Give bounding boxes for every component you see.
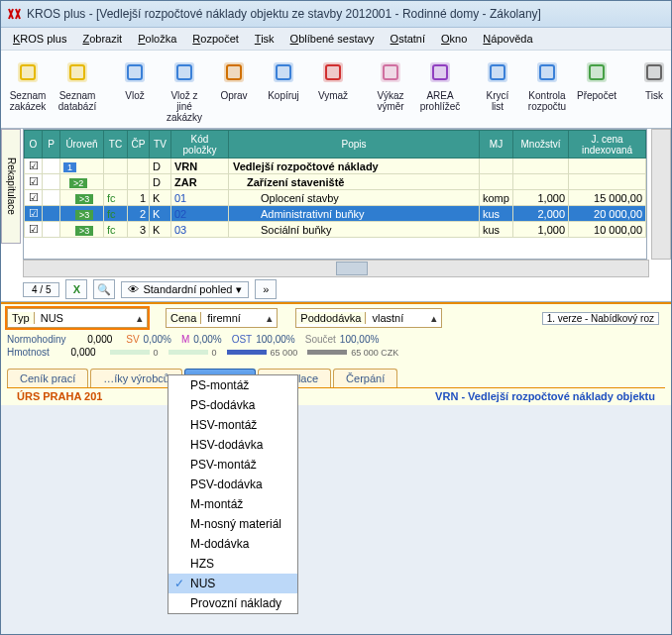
col-header[interactable]: Množství <box>513 131 569 159</box>
tab--erp-n-[interactable]: Čerpání <box>333 369 397 387</box>
toolbar-label: Krycí list <box>487 90 509 112</box>
tab-strip: Ceník prací…íky výrobcůRozpočetKalkulace… <box>7 364 665 387</box>
sub-right: VRN - Vedlejší rozpočtové náklady objekt… <box>435 390 655 402</box>
col-header[interactable]: O <box>25 131 43 159</box>
dropdown-item[interactable]: M-nosný materiál <box>168 514 297 534</box>
toolbar-label: Seznam zakázek <box>10 90 47 112</box>
col-header[interactable]: P <box>43 131 60 159</box>
vloz-icon <box>119 56 151 88</box>
view-selector[interactable]: Standardní pohled▾ <box>121 281 249 298</box>
rekapitulace-tab[interactable]: Rekapitulace <box>1 129 21 244</box>
table-row[interactable]: ☑>3fc1K01Oplocení stavbykomp1,00015 000,… <box>25 190 646 206</box>
area-prohlizec-icon <box>424 56 456 88</box>
dropdown-item[interactable]: PS-dodávka <box>168 395 297 415</box>
vymaz-button[interactable]: Vymaž <box>309 54 357 103</box>
col-header[interactable]: J. cena indexovaná <box>569 131 646 159</box>
dropdown-item[interactable]: NUS <box>168 574 297 593</box>
poddodavka-filter[interactable]: Poddodávka vlastní ▴ <box>295 308 442 328</box>
col-header[interactable]: MJ <box>480 131 513 159</box>
menu-rozpočet[interactable]: Rozpočet <box>184 31 246 47</box>
prepocet-icon <box>581 56 613 88</box>
vymaz-icon <box>317 56 349 88</box>
kopiruj-icon <box>268 56 299 88</box>
table-row[interactable]: ☑1DVRNVedlejší rozpočtové náklady <box>25 159 646 174</box>
excel-icon[interactable]: X <box>65 279 87 299</box>
dropdown-item[interactable]: PSV-montáž <box>168 455 297 475</box>
vloz-zjine-button[interactable]: Vlož z jiné zakázky <box>161 54 208 125</box>
data-grid[interactable]: OPÚroveňTCČPTVKód položkyPopisMJMnožství… <box>23 129 647 260</box>
dropdown-item[interactable]: M-dodávka <box>168 534 297 554</box>
area-prohlizec-button[interactable]: AREA prohlížeč <box>416 54 464 114</box>
col-header[interactable]: Úroveň <box>60 131 104 159</box>
dropdown-item[interactable]: PSV-dodávka <box>168 475 297 494</box>
col-header[interactable]: ČP <box>128 131 150 159</box>
titlebar: KROS plus - [Vedlejší rozpočtové náklady… <box>1 1 671 28</box>
col-header[interactable]: Popis <box>229 131 480 159</box>
expand-button[interactable]: » <box>255 279 277 299</box>
table-row[interactable]: ☑>2DZARZařízení staveniště <box>25 174 646 190</box>
toolbar-label: Kontrola rozpočtu <box>528 90 566 112</box>
toolbar-label: Seznam databází <box>58 90 96 112</box>
col-header[interactable]: Kód položky <box>171 131 229 159</box>
menu-oblíbené-sestavy[interactable]: Oblíbené sestavy <box>282 31 383 47</box>
chevron-up-icon: ▴ <box>263 312 277 325</box>
menu-ostatní[interactable]: Ostatní <box>383 31 433 47</box>
toolbar-label: Výkaz výměr <box>377 90 403 112</box>
seznam-zakazek-icon <box>12 56 44 88</box>
tab-cen-k-prac-[interactable]: Ceník prací <box>7 369 88 387</box>
table-row[interactable]: ☑>3fc3K03Sociální buňkykus1,00010 000,00 <box>25 222 646 238</box>
app-icon <box>7 6 23 22</box>
toolbar-label: Kopíruj <box>268 90 299 101</box>
seznam-zakazek-button[interactable]: Seznam zakázek <box>4 54 52 114</box>
tisk-button[interactable]: Tisk <box>630 54 671 103</box>
eye-icon <box>128 283 139 295</box>
kontrola-rozpoctu-icon <box>531 56 563 88</box>
seznam-databazi-button[interactable]: Seznam databází <box>54 54 101 114</box>
seznam-databazi-icon <box>61 56 93 88</box>
oprav-icon <box>218 56 250 88</box>
dropdown-item[interactable]: HSV-dodávka <box>168 435 297 455</box>
bar-SV: SV0,00% <box>126 334 171 345</box>
dropdown-item[interactable]: HZS <box>168 554 297 574</box>
oprav-button[interactable]: Oprav <box>210 54 258 103</box>
vloz-button[interactable]: Vlož <box>111 54 159 103</box>
menu-zobrazit[interactable]: Zobrazit <box>74 31 130 47</box>
col-header[interactable]: TV <box>150 131 171 159</box>
vloz-zjine-icon <box>168 56 200 88</box>
horizontal-scrollbar[interactable] <box>23 260 649 277</box>
menu-okno[interactable]: Okno <box>433 31 475 47</box>
menu-tisk[interactable]: Tisk <box>247 31 282 47</box>
chevron-down-icon: ▾ <box>236 283 242 296</box>
table-row[interactable]: ☑>3fc2K02Administrativní buňkykus2,00020… <box>25 206 646 222</box>
typ-dropdown[interactable]: PS-montážPS-dodávkaHSV-montážHSV-dodávka… <box>168 374 298 614</box>
dropdown-item[interactable]: M-montáž <box>168 494 297 514</box>
menu-nápověda[interactable]: Nápověda <box>475 31 540 47</box>
bar-OST: OST100,00% <box>232 334 295 345</box>
col-header[interactable]: TC <box>104 131 128 159</box>
typ-filter[interactable]: Typ NUS ▴ <box>7 308 148 328</box>
pager[interactable]: 4 / 5 <box>23 282 59 297</box>
toolbar-label: Vlož <box>125 90 144 101</box>
toolbar-label: AREA prohlížeč <box>420 90 461 112</box>
cena-filter[interactable]: Cena firemní ▴ <box>166 308 278 328</box>
chevron-up-icon: ▴ <box>427 312 441 325</box>
kopiruj-button[interactable]: Kopíruj <box>260 54 307 103</box>
search-icon[interactable]: 🔍 <box>93 279 115 299</box>
kryci-list-button[interactable]: Krycí list <box>474 54 521 114</box>
menu-položka[interactable]: Položka <box>130 31 184 47</box>
version-selector[interactable]: 1. verze - Nabídkový roz <box>542 312 659 325</box>
menu-kros-plus[interactable]: KROS plus <box>5 31 74 47</box>
dropdown-item[interactable]: HSV-montáž <box>168 415 297 435</box>
prepocet-button[interactable]: Přepočet <box>573 54 620 103</box>
kontrola-rozpoctu-button[interactable]: Kontrola rozpočtu <box>523 54 571 114</box>
toolbar-label: Tisk <box>645 90 663 101</box>
vertical-scrollbar[interactable] <box>651 129 671 260</box>
vykaz-vymer-icon <box>375 56 406 88</box>
dropdown-item[interactable]: PS-montáž <box>168 375 297 395</box>
hmotnost-stat: Hmotnost 0,000 <box>7 347 96 358</box>
window-title: KROS plus - [Vedlejší rozpočtové náklady… <box>27 7 541 21</box>
chevron-up-icon: ▴ <box>133 312 147 325</box>
toolbar: Seznam zakázekSeznam databázíVložVlož z … <box>1 51 671 129</box>
vykaz-vymer-button[interactable]: Výkaz výměr <box>367 54 414 114</box>
dropdown-item[interactable]: Provozní náklady <box>168 593 297 613</box>
